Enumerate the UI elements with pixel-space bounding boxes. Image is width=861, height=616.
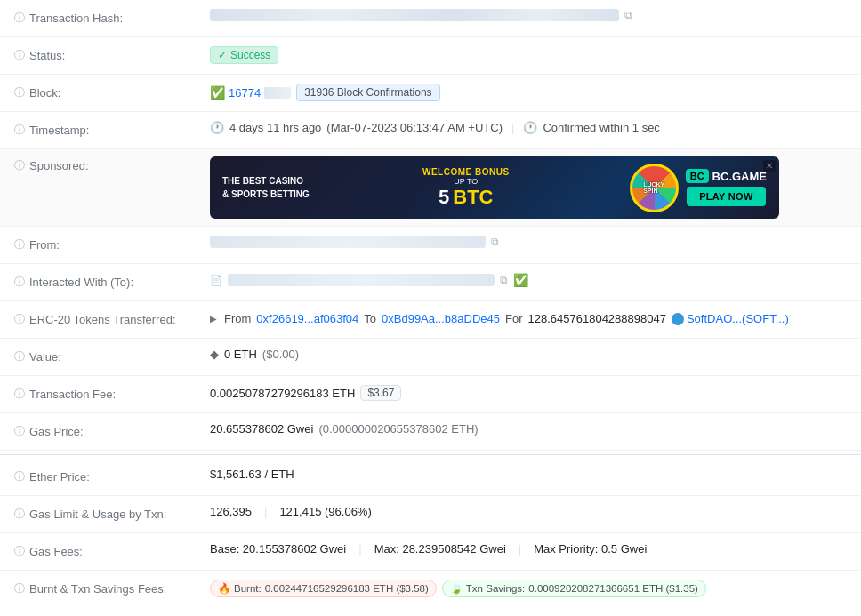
gas-max-priority: Max Priority: 0.5 Gwei (534, 542, 647, 556)
sponsored-row: ⓘ Sponsored: ✕ THE BEST CASINO & SPORTS … (0, 149, 861, 227)
leaf-icon: 🍃 (450, 582, 463, 595)
ad-welcome-bonus: WELCOME BONUS (310, 167, 623, 177)
gas-price-row: ⓘ Gas Price: 20.655378602 Gwei (0.000000… (0, 413, 861, 451)
transaction-fee-row: ⓘ Transaction Fee: 0.00250787279296183 E… (0, 376, 861, 413)
verified-check-icon: ✅ (513, 273, 528, 287)
help-icon-gas-fees[interactable]: ⓘ (14, 544, 25, 559)
ad-close-icon[interactable]: ✕ (763, 160, 776, 172)
timestamp-date: (Mar-07-2023 06:13:47 AM +UTC) (326, 121, 503, 134)
from-value: ⧉ (210, 236, 847, 248)
check-circle-icon: ✅ (210, 85, 225, 100)
ad-casino-text: THE BEST CASINO & SPORTS BETTING (222, 174, 310, 201)
time-ago: 4 days 11 hrs ago (229, 121, 321, 134)
block-number: ✅ 16774 (210, 85, 291, 100)
ad-btc-label: BTC (453, 186, 493, 209)
burnt-savings-label: ⓘ Burnt & Txn Savings Fees: (14, 580, 210, 596)
erc20-to-address[interactable]: 0xBd99Aa...b8aDDe45 (382, 310, 500, 329)
pipe-3: | (519, 542, 521, 556)
transaction-hash-row: ⓘ Transaction Hash: ⧉ (0, 0, 861, 37)
erc20-from-word: From (224, 310, 251, 329)
transaction-hash-blurred (210, 9, 619, 21)
interacted-with-label: ⓘ Interacted With (To): (14, 273, 210, 290)
section-divider (0, 454, 861, 455)
erc20-label: ⓘ ERC-20 Tokens Transferred: (14, 310, 210, 327)
help-icon-value[interactable]: ⓘ (14, 349, 25, 364)
status-value: Success (210, 46, 847, 64)
help-icon-burnt[interactable]: ⓘ (14, 581, 25, 596)
transaction-hash-value: ⧉ (210, 9, 847, 21)
play-now-button[interactable]: PLAY NOW (687, 187, 765, 206)
erc20-value: ▶ From 0xf26619...af063f04 To 0xBd99Aa..… (210, 310, 847, 329)
transaction-fee-label: ⓘ Transaction Fee: (14, 385, 210, 402)
fee-amount: 0.00250787279296183 ETH (210, 387, 355, 400)
help-icon-interacted[interactable]: ⓘ (14, 275, 25, 290)
help-icon-timestamp[interactable]: ⓘ (14, 123, 25, 138)
burnt-savings-value: 🔥 Burnt: 0.00244716529296183 ETH ($3.58)… (210, 580, 847, 597)
clock-icon-2: 🕐 (523, 121, 537, 134)
gas-max: Max: 28.239508542 Gwei (374, 542, 506, 556)
help-icon-erc20[interactable]: ⓘ (14, 312, 25, 327)
help-icon-from[interactable]: ⓘ (14, 237, 25, 252)
help-icon-block[interactable]: ⓘ (14, 85, 25, 100)
bc-game-text: BC.GAME (712, 170, 767, 183)
help-icon-ether[interactable]: ⓘ (14, 469, 25, 484)
gas-base: Base: 20.155378602 Gwei (210, 542, 346, 556)
timestamp-label: ⓘ Timestamp: (14, 121, 210, 138)
savings-label: Txn Savings: (466, 583, 525, 594)
eth-amount: 0 ETH (224, 348, 257, 361)
block-row: ⓘ Block: ✅ 16774 31936 Block Confirmatio… (0, 75, 861, 112)
clock-icon: 🕐 (210, 121, 224, 134)
ad-right: BC BC.GAME PLAY NOW (686, 169, 767, 206)
help-icon-gas-limit[interactable]: ⓘ (14, 507, 25, 522)
gas-price-label: ⓘ Gas Price: (14, 422, 210, 439)
gas-limit-value: 126,395 | 121,415 (96.06%) (210, 505, 847, 518)
token-icon (672, 313, 684, 325)
help-icon-sponsored[interactable]: ⓘ (14, 158, 25, 173)
help-icon-gas[interactable]: ⓘ (14, 424, 25, 439)
help-icon-fee[interactable]: ⓘ (14, 387, 25, 402)
gas-limit-label: ⓘ Gas Limit & Usage by Txn: (14, 505, 210, 522)
burnt-savings-row: ⓘ Burnt & Txn Savings Fees: 🔥 Burnt: 0.0… (0, 571, 861, 608)
burnt-badge: 🔥 Burnt: 0.00244716529296183 ETH ($3.58) (210, 580, 437, 597)
sponsored-label: ⓘ Sponsored: (14, 156, 210, 173)
from-row: ⓘ From: ⧉ (0, 227, 861, 264)
block-number-link[interactable]: 16774 (229, 86, 261, 100)
value-label: ⓘ Value: (14, 348, 210, 364)
usd-value: ($0.00) (262, 348, 299, 361)
ad-upto-text: UP TO (310, 177, 623, 186)
ad-banner[interactable]: ✕ THE BEST CASINO & SPORTS BETTING WELCO… (210, 156, 779, 219)
copy-hash-icon[interactable]: ⧉ (624, 9, 632, 21)
erc20-amount: 128.645761804288898047 (528, 310, 666, 329)
status-badge: Success (210, 46, 278, 64)
gas-fees-value: Base: 20.155378602 Gwei | Max: 28.239508… (210, 542, 847, 556)
transaction-hash-label: ⓘ Transaction Hash: (14, 9, 210, 26)
copy-interacted-icon[interactable]: ⧉ (500, 274, 508, 286)
ether-price: $1,561.63 / ETH (210, 468, 294, 481)
confirmed-text: Confirmed within 1 sec (543, 121, 660, 134)
pipe-2: | (358, 542, 361, 556)
sponsored-value: ✕ THE BEST CASINO & SPORTS BETTING WELCO… (210, 156, 847, 219)
ether-price-value: $1,561.63 / ETH (210, 468, 847, 481)
ether-price-row: ⓘ Ether Price: $1,561.63 / ETH (0, 459, 861, 496)
value-row: ⓘ Value: ◆ 0 ETH ($0.00) (0, 339, 861, 376)
copy-from-icon[interactable]: ⧉ (491, 236, 499, 248)
help-icon-status[interactable]: ⓘ (14, 48, 25, 63)
fee-usd-badge: $3.67 (360, 385, 401, 401)
interacted-with-row: ⓘ Interacted With (To): 📄 ⧉ ✅ (0, 264, 861, 301)
ad-left-text: THE BEST CASINO & SPORTS BETTING (222, 174, 310, 201)
flame-icon: 🔥 (218, 582, 230, 595)
burnt-amount: 0.00244716529296183 ETH ($3.58) (265, 583, 429, 594)
erc20-row: ⓘ ERC-20 Tokens Transferred: ▶ From 0xf2… (0, 301, 861, 339)
status-label: ⓘ Status: (14, 46, 210, 63)
erc20-to-word: To (364, 310, 376, 329)
ad-big-number: 5 (439, 188, 449, 207)
erc20-from-address[interactable]: 0xf26619...af063f04 (256, 310, 358, 329)
interacted-hash-blurred (228, 274, 495, 286)
burnt-label: Burnt: (234, 583, 262, 594)
gas-limit: 126,395 (210, 505, 252, 518)
pipe-1: | (264, 505, 267, 518)
from-hash-blurred (210, 236, 486, 248)
erc20-token-name[interactable]: SoftDAO...(SOFT...) (687, 310, 789, 329)
timestamp-value: 🕐 4 days 11 hrs ago (Mar-07-2023 06:13:4… (210, 121, 847, 134)
help-icon[interactable]: ⓘ (14, 11, 25, 26)
